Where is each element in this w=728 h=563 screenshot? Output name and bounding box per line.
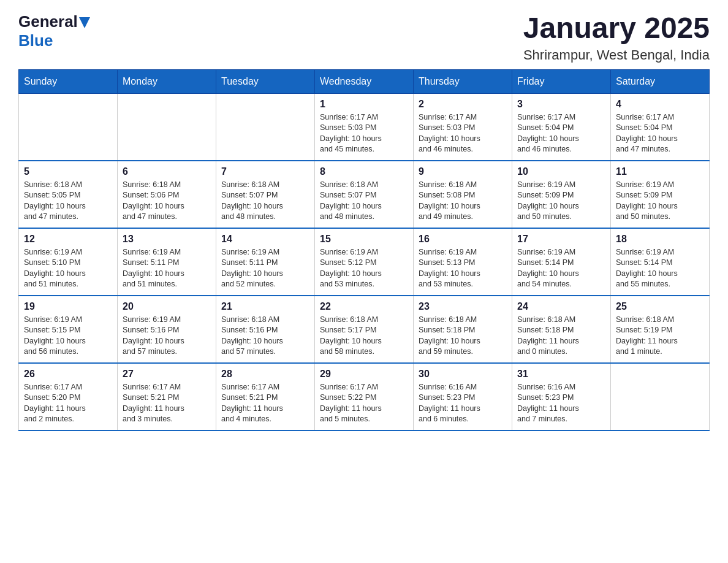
day-info: Sunrise: 6:17 AM Sunset: 5:21 PM Dayligh…	[123, 382, 211, 425]
calendar-cell: 18Sunrise: 6:19 AM Sunset: 5:14 PM Dayli…	[611, 228, 710, 296]
day-info: Sunrise: 6:19 AM Sunset: 5:09 PM Dayligh…	[517, 180, 605, 223]
day-info: Sunrise: 6:18 AM Sunset: 5:17 PM Dayligh…	[320, 315, 408, 358]
logo: General Blue	[18, 12, 90, 50]
day-number: 3	[517, 99, 605, 110]
day-info: Sunrise: 6:19 AM Sunset: 5:13 PM Dayligh…	[419, 247, 507, 290]
day-number: 20	[123, 301, 211, 312]
day-info: Sunrise: 6:18 AM Sunset: 5:19 PM Dayligh…	[616, 315, 704, 358]
title-section: January 2025 Shrirampur, West Bengal, In…	[523, 12, 710, 63]
day-number: 28	[221, 369, 309, 380]
day-of-week-header: Sunday	[19, 69, 118, 93]
day-info: Sunrise: 6:19 AM Sunset: 5:14 PM Dayligh…	[616, 247, 704, 290]
day-of-week-header: Monday	[118, 69, 216, 93]
svg-marker-0	[79, 17, 90, 28]
day-number: 13	[123, 234, 211, 245]
day-of-week-header: Friday	[512, 69, 611, 93]
day-info: Sunrise: 6:18 AM Sunset: 5:18 PM Dayligh…	[419, 315, 507, 358]
day-info: Sunrise: 6:18 AM Sunset: 5:16 PM Dayligh…	[221, 315, 309, 358]
calendar-week-row: 19Sunrise: 6:19 AM Sunset: 5:15 PM Dayli…	[19, 296, 710, 363]
calendar-cell: 19Sunrise: 6:19 AM Sunset: 5:15 PM Dayli…	[19, 296, 118, 363]
day-info: Sunrise: 6:18 AM Sunset: 5:18 PM Dayligh…	[517, 315, 605, 358]
calendar-cell: 23Sunrise: 6:18 AM Sunset: 5:18 PM Dayli…	[414, 296, 512, 363]
day-number: 30	[419, 369, 507, 380]
day-number: 29	[320, 369, 408, 380]
page-header: General Blue January 2025 Shrirampur, We…	[18, 12, 710, 63]
day-number: 10	[517, 166, 605, 177]
calendar-week-row: 12Sunrise: 6:19 AM Sunset: 5:10 PM Dayli…	[19, 228, 710, 296]
day-number: 17	[517, 234, 605, 245]
calendar-cell: 10Sunrise: 6:19 AM Sunset: 5:09 PM Dayli…	[512, 161, 611, 228]
day-number: 7	[221, 166, 309, 177]
calendar-cell: 11Sunrise: 6:19 AM Sunset: 5:09 PM Dayli…	[611, 161, 710, 228]
day-number: 14	[221, 234, 309, 245]
day-number: 9	[419, 166, 507, 177]
calendar-cell: 22Sunrise: 6:18 AM Sunset: 5:17 PM Dayli…	[315, 296, 414, 363]
day-info: Sunrise: 6:18 AM Sunset: 5:07 PM Dayligh…	[320, 180, 408, 223]
calendar-cell: 12Sunrise: 6:19 AM Sunset: 5:10 PM Dayli…	[19, 228, 118, 296]
calendar-cell: 6Sunrise: 6:18 AM Sunset: 5:06 PM Daylig…	[118, 161, 216, 228]
calendar-cell: 4Sunrise: 6:17 AM Sunset: 5:04 PM Daylig…	[611, 93, 710, 161]
calendar-cell: 2Sunrise: 6:17 AM Sunset: 5:03 PM Daylig…	[414, 93, 512, 161]
calendar-cell: 3Sunrise: 6:17 AM Sunset: 5:04 PM Daylig…	[512, 93, 611, 161]
calendar-cell	[611, 363, 710, 431]
day-info: Sunrise: 6:17 AM Sunset: 5:03 PM Dayligh…	[320, 112, 408, 155]
day-info: Sunrise: 6:16 AM Sunset: 5:23 PM Dayligh…	[517, 382, 605, 425]
logo-blue: Blue	[18, 31, 53, 50]
calendar-cell: 15Sunrise: 6:19 AM Sunset: 5:12 PM Dayli…	[315, 228, 414, 296]
day-info: Sunrise: 6:19 AM Sunset: 5:16 PM Dayligh…	[123, 315, 211, 358]
day-info: Sunrise: 6:17 AM Sunset: 5:04 PM Dayligh…	[517, 112, 605, 155]
calendar-week-row: 5Sunrise: 6:18 AM Sunset: 5:05 PM Daylig…	[19, 161, 710, 228]
calendar-cell: 9Sunrise: 6:18 AM Sunset: 5:08 PM Daylig…	[414, 161, 512, 228]
day-of-week-header: Wednesday	[315, 69, 414, 93]
day-info: Sunrise: 6:18 AM Sunset: 5:06 PM Dayligh…	[123, 180, 211, 223]
day-number: 11	[616, 166, 704, 177]
day-info: Sunrise: 6:17 AM Sunset: 5:04 PM Dayligh…	[616, 112, 704, 155]
calendar-week-row: 1Sunrise: 6:17 AM Sunset: 5:03 PM Daylig…	[19, 93, 710, 161]
day-info: Sunrise: 6:17 AM Sunset: 5:22 PM Dayligh…	[320, 382, 408, 425]
day-number: 25	[616, 301, 704, 312]
calendar-cell: 1Sunrise: 6:17 AM Sunset: 5:03 PM Daylig…	[315, 93, 414, 161]
day-number: 6	[123, 166, 211, 177]
day-number: 1	[320, 99, 408, 110]
day-info: Sunrise: 6:19 AM Sunset: 5:11 PM Dayligh…	[221, 247, 309, 290]
day-number: 4	[616, 99, 704, 110]
calendar-header: SundayMondayTuesdayWednesdayThursdayFrid…	[19, 69, 710, 93]
day-number: 26	[24, 369, 112, 380]
day-info: Sunrise: 6:18 AM Sunset: 5:05 PM Dayligh…	[24, 180, 112, 223]
calendar-table: SundayMondayTuesdayWednesdayThursdayFrid…	[18, 69, 710, 431]
calendar-cell: 16Sunrise: 6:19 AM Sunset: 5:13 PM Dayli…	[414, 228, 512, 296]
page-title: January 2025	[523, 12, 710, 45]
day-number: 15	[320, 234, 408, 245]
day-number: 12	[24, 234, 112, 245]
calendar-cell	[216, 93, 315, 161]
day-of-week-header: Saturday	[611, 69, 710, 93]
calendar-cell: 14Sunrise: 6:19 AM Sunset: 5:11 PM Dayli…	[216, 228, 315, 296]
day-info: Sunrise: 6:18 AM Sunset: 5:07 PM Dayligh…	[221, 180, 309, 223]
day-of-week-header: Thursday	[414, 69, 512, 93]
day-number: 8	[320, 166, 408, 177]
day-number: 19	[24, 301, 112, 312]
day-info: Sunrise: 6:17 AM Sunset: 5:03 PM Dayligh…	[419, 112, 507, 155]
day-number: 5	[24, 166, 112, 177]
day-info: Sunrise: 6:19 AM Sunset: 5:09 PM Dayligh…	[616, 180, 704, 223]
day-number: 21	[221, 301, 309, 312]
calendar-cell	[118, 93, 216, 161]
calendar-cell: 31Sunrise: 6:16 AM Sunset: 5:23 PM Dayli…	[512, 363, 611, 431]
day-number: 18	[616, 234, 704, 245]
day-info: Sunrise: 6:19 AM Sunset: 5:11 PM Dayligh…	[123, 247, 211, 290]
calendar-cell: 30Sunrise: 6:16 AM Sunset: 5:23 PM Dayli…	[414, 363, 512, 431]
calendar-cell: 13Sunrise: 6:19 AM Sunset: 5:11 PM Dayli…	[118, 228, 216, 296]
days-of-week-row: SundayMondayTuesdayWednesdayThursdayFrid…	[19, 69, 710, 93]
calendar-cell: 8Sunrise: 6:18 AM Sunset: 5:07 PM Daylig…	[315, 161, 414, 228]
calendar-cell: 29Sunrise: 6:17 AM Sunset: 5:22 PM Dayli…	[315, 363, 414, 431]
calendar-body: 1Sunrise: 6:17 AM Sunset: 5:03 PM Daylig…	[19, 93, 710, 431]
day-info: Sunrise: 6:17 AM Sunset: 5:20 PM Dayligh…	[24, 382, 112, 425]
calendar-cell: 20Sunrise: 6:19 AM Sunset: 5:16 PM Dayli…	[118, 296, 216, 363]
day-of-week-header: Tuesday	[216, 69, 315, 93]
day-info: Sunrise: 6:19 AM Sunset: 5:15 PM Dayligh…	[24, 315, 112, 358]
day-info: Sunrise: 6:19 AM Sunset: 5:14 PM Dayligh…	[517, 247, 605, 290]
day-number: 16	[419, 234, 507, 245]
day-info: Sunrise: 6:16 AM Sunset: 5:23 PM Dayligh…	[419, 382, 507, 425]
day-info: Sunrise: 6:18 AM Sunset: 5:08 PM Dayligh…	[419, 180, 507, 223]
calendar-cell: 27Sunrise: 6:17 AM Sunset: 5:21 PM Dayli…	[118, 363, 216, 431]
